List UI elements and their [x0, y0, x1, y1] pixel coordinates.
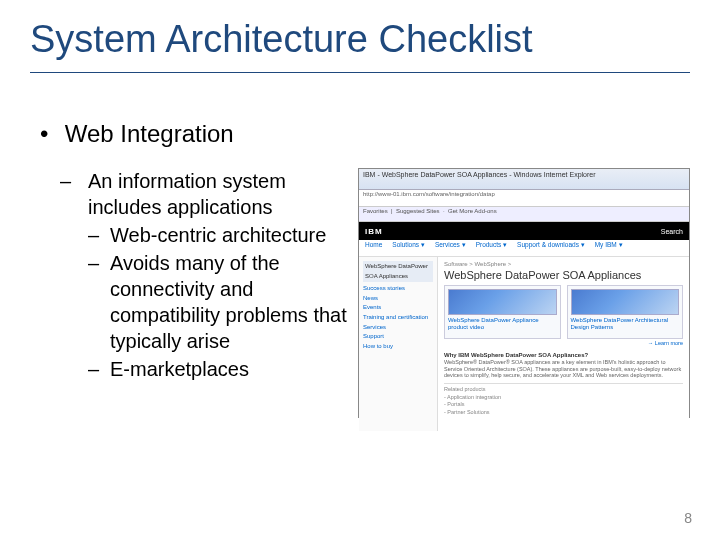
sub-item-3: Avoids many of the connectivity and comp…	[110, 250, 350, 354]
favorites-label: Favorites	[363, 208, 388, 214]
related-item: - Partner Solutions	[444, 409, 501, 417]
title-underline	[30, 72, 690, 73]
dash-icon: –	[88, 222, 110, 248]
card-image	[448, 289, 557, 315]
page-heading: WebSphere DataPower SOA Appliances	[444, 269, 683, 281]
related-heading: Related products	[444, 386, 501, 394]
related-products: Related products - Application integrati…	[444, 383, 683, 417]
page-sidebar: WebSphere DataPower SOA Appliances Succe…	[359, 257, 438, 431]
ibm-nav: Home Solutions ▾ Services ▾ Products ▾ S…	[359, 240, 689, 257]
sidebar-item: Training and certification	[363, 313, 433, 323]
bullet-dot: •	[40, 120, 58, 148]
description-block: Why IBM WebSphere DataPower SOA Applianc…	[444, 352, 683, 379]
dash-icon: –	[88, 250, 110, 354]
slide-title: System Architecture Checklist	[30, 18, 533, 61]
sidebar-item: News	[363, 294, 433, 304]
bullet-level1: • Web Integration	[40, 120, 234, 148]
page-main: Software > WebSphere > WebSphere DataPow…	[438, 257, 689, 431]
nav-home: Home	[365, 241, 382, 255]
suggested-sites: Suggested Sites	[396, 208, 440, 214]
ibm-header-bar: IBM Search	[359, 222, 689, 240]
promo-card-2: WebSphere DataPower Architectural Design…	[567, 285, 684, 339]
promo-card-1: WebSphere DataPower Appliance product vi…	[444, 285, 561, 339]
nav-services: Services ▾	[435, 241, 466, 255]
breadcrumb: Software > WebSphere >	[444, 261, 683, 267]
browser-titlebar: IBM - WebSphere DataPower SOA Appliances…	[359, 169, 689, 190]
browser-favorites-bar: Favorites | Suggested Sites · Get More A…	[359, 207, 689, 222]
sub-item-4: E-marketplaces	[110, 356, 249, 382]
sidebar-item: Events	[363, 303, 433, 313]
page-number: 8	[684, 510, 692, 526]
browser-urlbar: http://www-01.ibm.com/software/integrati…	[359, 190, 689, 207]
bullet-level2-group: – An information system includes applica…	[60, 168, 350, 384]
sidebar-item: How to buy	[363, 342, 433, 352]
sub-item-2: Web-centric architecture	[110, 222, 326, 248]
dash-icon: –	[60, 168, 88, 220]
bullet-level1-text: Web Integration	[65, 120, 234, 147]
description-heading: Why IBM WebSphere DataPower SOA Applianc…	[444, 352, 588, 358]
sidebar-item: Success stories	[363, 284, 433, 294]
ibm-search-label: Search	[661, 228, 683, 235]
sidebar-header: WebSphere DataPower SOA Appliances	[363, 261, 433, 282]
nav-solutions: Solutions ▾	[392, 241, 425, 255]
sub-item-1: An information system includes applicati…	[88, 168, 350, 220]
nav-myibm: My IBM ▾	[595, 241, 623, 255]
nav-support: Support & downloads ▾	[517, 241, 585, 255]
card-title-1: WebSphere DataPower Appliance product vi…	[448, 317, 557, 330]
more-addons: Get More Add-ons	[448, 208, 497, 214]
card-title-2: WebSphere DataPower Architectural Design…	[571, 317, 680, 330]
related-item: - Application integration	[444, 394, 501, 402]
card-image	[571, 289, 680, 315]
screenshot-figure: IBM - WebSphere DataPower SOA Appliances…	[358, 168, 690, 418]
related-item: - Portals	[444, 401, 501, 409]
nav-products: Products ▾	[476, 241, 507, 255]
sidebar-item: Services	[363, 323, 433, 333]
sidebar-item: Support	[363, 332, 433, 342]
description-text: WebSphere® DataPower® SOA appliances are…	[444, 359, 681, 378]
ibm-logo: IBM	[365, 227, 383, 236]
dash-icon: –	[88, 356, 110, 382]
card-row: WebSphere DataPower Appliance product vi…	[444, 285, 683, 339]
page-body: WebSphere DataPower SOA Appliances Succe…	[359, 257, 689, 431]
learn-more-link: → Learn more	[444, 340, 683, 346]
